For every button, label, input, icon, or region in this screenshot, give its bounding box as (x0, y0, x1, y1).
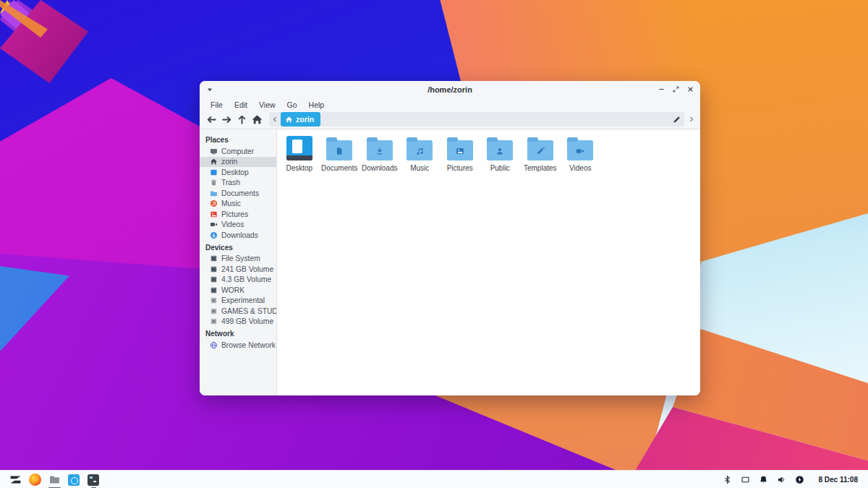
sidebar-item-desktop[interactable]: Desktop (200, 167, 276, 178)
clock[interactable]: 8 Dec 11:08 (819, 476, 859, 484)
drive-icon (210, 286, 218, 294)
close-button[interactable] (686, 85, 694, 93)
file-desktop[interactable]: Desktop (279, 136, 320, 172)
menu-help[interactable]: Help (304, 99, 330, 111)
sidebar-item-label: File System (221, 254, 260, 262)
sidebar-item-computer[interactable]: Computer (200, 146, 276, 157)
pictures-icon (210, 210, 218, 218)
breadcrumb-home[interactable]: zorin (281, 112, 320, 127)
sidebar-item-music[interactable]: Music (200, 199, 276, 210)
menu-file[interactable]: File (205, 99, 228, 111)
display-icon[interactable] (741, 475, 750, 484)
sidebar-item-label: Documents (221, 189, 259, 197)
sidebar-item-label: Experimental (221, 296, 265, 304)
up-button[interactable] (236, 114, 248, 126)
forward-button[interactable] (221, 114, 233, 126)
downloads-icon (210, 231, 218, 239)
drive-icon (210, 317, 218, 325)
menu-go[interactable]: Go (282, 99, 302, 111)
window-menu-caret-icon[interactable] (205, 85, 214, 94)
pictures-folder-icon (447, 140, 473, 160)
videos-icon (210, 221, 218, 228)
file-music[interactable]: Music (400, 136, 441, 172)
sidebar-item-label: Videos (221, 221, 244, 228)
file-templates[interactable]: Templates (520, 136, 561, 172)
videos-folder-icon (567, 140, 593, 160)
sidebar-item-trash[interactable]: Trash (200, 178, 276, 189)
sidebar-item-experimental[interactable]: Experimental (200, 296, 276, 307)
scroll-right-icon[interactable] (687, 115, 696, 124)
software-launcher[interactable] (68, 474, 80, 486)
minimize-button[interactable] (658, 85, 665, 93)
firefox-icon (29, 474, 41, 486)
desktop: /home/zorin File Edit View Go Help (0, 0, 868, 488)
maximize-button[interactable] (672, 85, 680, 93)
sidebar-item-499gb-volume[interactable]: 499 GB Volume (200, 317, 276, 328)
drive-icon (210, 254, 218, 262)
file-label: Templates (524, 164, 557, 172)
zorin-menu-button[interactable] (9, 474, 22, 486)
file-documents[interactable]: Documents (320, 136, 360, 172)
drive-icon (210, 307, 218, 315)
home-icon (210, 158, 218, 166)
sidebar-header-network: Network (200, 327, 276, 340)
system-tray: 8 Dec 11:08 (723, 475, 859, 484)
sidebar-item-pictures[interactable]: Pictures (200, 209, 276, 220)
files-launcher[interactable] (48, 474, 61, 486)
notifications-icon[interactable] (759, 475, 768, 484)
sidebar-item-documents[interactable]: Documents (200, 188, 276, 199)
sidebar-item-label: 241 GB Volume (221, 265, 273, 273)
sidebar-item-43gb-volume[interactable]: 4.3 GB Volume (200, 275, 276, 286)
sidebar-item-label: Browse Network (221, 341, 276, 349)
sidebar-item-browse-network[interactable]: Browse Network (200, 340, 276, 351)
file-videos[interactable]: Videos (561, 136, 601, 172)
power-icon[interactable] (795, 475, 804, 484)
file-public[interactable]: Public (480, 136, 521, 172)
file-label: Downloads (362, 164, 397, 172)
menu-view[interactable]: View (254, 99, 281, 111)
downloads-folder-icon (367, 140, 393, 160)
file-label: Public (490, 164, 510, 172)
sidebar-item-file-system[interactable]: File System (200, 254, 276, 265)
sidebar-item-label: 499 GB Volume (221, 317, 273, 325)
terminal-launcher[interactable] (88, 474, 100, 486)
volume-icon[interactable] (777, 475, 786, 484)
documents-folder-icon (326, 140, 352, 160)
scroll-left-icon[interactable] (271, 115, 279, 124)
file-label: Music (410, 164, 429, 172)
file-manager-window: /home/zorin File Edit View Go Help (200, 81, 700, 395)
sidebar-item-zorin[interactable]: zorin (200, 157, 276, 168)
sidebar-item-241gb-volume[interactable]: 241 GB Volume (200, 264, 276, 275)
edit-path-icon[interactable] (672, 115, 681, 124)
sidebar-item-label: Desktop (221, 168, 249, 176)
drive-icon (210, 265, 218, 273)
titlebar[interactable]: /home/zorin (200, 81, 700, 98)
breadcrumb-label: zorin (296, 115, 314, 124)
file-view[interactable]: Desktop Documents Downloads Music (277, 129, 700, 395)
documents-folder-icon (210, 189, 218, 197)
sidebar-item-label: Computer (221, 147, 254, 155)
templates-folder-icon (527, 140, 553, 160)
trash-icon (210, 179, 218, 187)
toolbar: zorin (200, 111, 700, 129)
home-button[interactable] (251, 114, 263, 126)
sidebar-item-videos[interactable]: Videos (200, 220, 276, 231)
sidebar-item-games-study[interactable]: GAMES & STUDY (200, 306, 276, 317)
drive-icon (210, 275, 218, 283)
network-globe-icon (210, 341, 218, 349)
sidebar-header-devices: Devices (200, 241, 276, 254)
file-downloads[interactable]: Downloads (359, 136, 400, 172)
sidebar-item-label: Music (221, 200, 241, 207)
home-icon (285, 116, 293, 124)
file-label: Videos (569, 164, 591, 172)
firefox-launcher[interactable] (29, 474, 41, 486)
file-pictures[interactable]: Pictures (440, 136, 480, 172)
sidebar-item-downloads[interactable]: Downloads (200, 230, 276, 241)
computer-icon (210, 147, 218, 155)
menu-edit[interactable]: Edit (229, 99, 252, 111)
back-button[interactable] (205, 114, 218, 126)
bluetooth-icon[interactable] (723, 475, 732, 484)
path-bar[interactable]: zorin (269, 112, 684, 127)
public-folder-icon (487, 140, 513, 160)
sidebar-item-work[interactable]: WORK (200, 285, 276, 296)
